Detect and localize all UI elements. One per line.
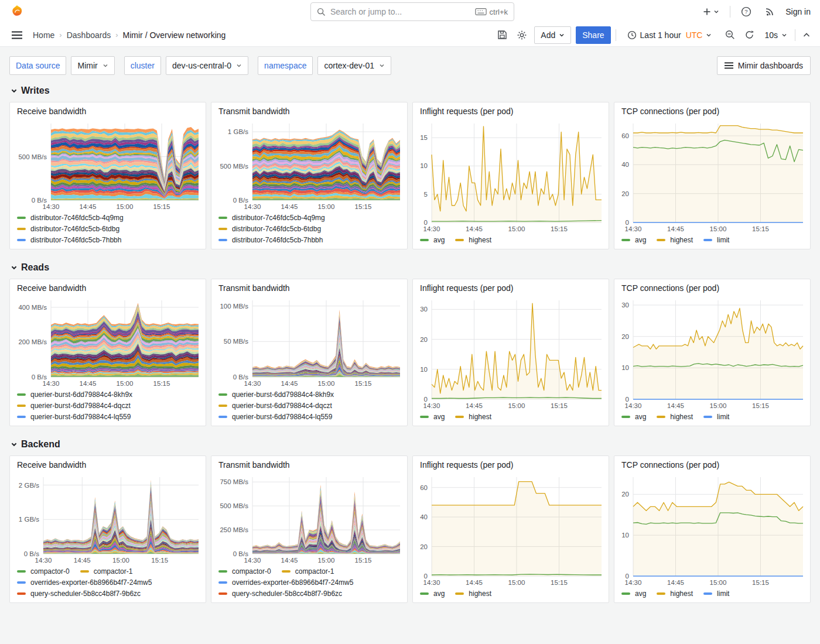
panel-title[interactable]: Transmit bandwidth [211, 456, 407, 471]
timeseries-chart[interactable]: 500 MB/s0 B/s14:3014:4515:0015:15 [13, 119, 202, 212]
x-tick-label: 14:45 [466, 579, 483, 586]
timeseries-chart[interactable]: 15105014:3014:4515:0015:15 [416, 119, 605, 234]
time-range-picker[interactable]: Last 1 hour UTC [621, 26, 719, 44]
legend-item[interactable]: distributor-7c46fdc5cb-4q9mg [17, 214, 124, 222]
legend-item[interactable]: limit [703, 413, 729, 421]
legend-item[interactable]: avg [621, 590, 646, 598]
search-placeholder: Search or jump to... [330, 7, 470, 16]
breadcrumb-home[interactable]: Home [33, 30, 54, 40]
section-header-reads[interactable]: Reads [11, 262, 811, 273]
legend-item[interactable]: highest [657, 590, 693, 598]
namespace-label[interactable]: namespace [258, 56, 313, 75]
grafana-logo[interactable] [9, 4, 25, 19]
panel-title[interactable]: Transmit bandwidth [211, 279, 407, 294]
timeseries-chart[interactable]: 2010014:3014:4515:0015:15 [618, 472, 807, 588]
news-button[interactable] [762, 4, 777, 19]
chevron-down-icon [781, 32, 787, 38]
refresh-interval-picker[interactable]: 10s [761, 26, 790, 44]
zoom-out-button[interactable] [723, 28, 737, 42]
legend-item[interactable]: querier-burst-6dd79884c4-dqczt [17, 402, 131, 410]
timeseries-chart[interactable]: 100 MB/s50 MB/s0 B/s14:3014:4515:0015:15 [215, 296, 404, 389]
panel-receive-bandwidth-writes: Receive bandwidth500 MB/s0 B/s14:3014:45… [9, 102, 206, 249]
breadcrumb-separator: › [115, 30, 118, 39]
x-tick-label: 15:00 [112, 557, 129, 564]
section-header-writes[interactable]: Writes [11, 85, 811, 96]
legend-item[interactable]: overrides-exporter-6b8966b4f7-24mw5 [218, 578, 353, 587]
legend-series-label: avg [433, 236, 445, 244]
datasource-select[interactable]: Mimir [71, 56, 114, 75]
cluster-select[interactable]: dev-us-central-0 [166, 56, 248, 75]
legend-item[interactable]: compactor-0 [17, 567, 70, 576]
legend-item[interactable]: avg [420, 236, 445, 244]
legend-item[interactable]: query-scheduler-5b8cc4b8f7-9b6zc [17, 590, 141, 598]
panel-transmit-bandwidth-backend: Transmit bandwidth750 MB/s500 MB/s250 MB… [211, 455, 408, 603]
panel-title[interactable]: TCP connections (per pod) [614, 456, 810, 471]
timeseries-chart[interactable]: 302010014:3014:4515:0015:15 [416, 296, 605, 411]
add-panel-button[interactable]: Add [534, 26, 571, 44]
legend-item[interactable]: highest [657, 236, 693, 244]
legend-item[interactable]: compactor-1 [282, 567, 334, 576]
legend-item[interactable]: highest [455, 413, 491, 421]
legend-item[interactable]: highest [455, 590, 491, 598]
legend-item[interactable]: compactor-1 [80, 567, 133, 576]
collapse-toolbar-button[interactable] [800, 30, 813, 40]
timeseries-chart[interactable]: 1 GB/s500 MB/s0 B/s14:3014:4515:0015:15 [215, 119, 404, 212]
timeseries-chart[interactable]: 604020014:3014:4515:0015:15 [618, 119, 807, 234]
panel-title[interactable]: Inflight requests (per pod) [413, 102, 609, 118]
legend-item[interactable]: query-scheduler-5b8cc4b8f7-9b6zc [218, 590, 342, 598]
panel-title[interactable]: Inflight requests (per pod) [413, 279, 609, 294]
panel-title[interactable]: Receive bandwidth [10, 102, 206, 118]
timeseries-chart[interactable]: 2 GB/s1 GB/s0 B/s14:3014:4515:0015:15 [13, 472, 202, 566]
legend-item[interactable]: highest [455, 236, 491, 244]
panel-title[interactable]: TCP connections (per pod) [614, 102, 810, 118]
legend-item[interactable]: distributor-7c46fdc5cb-4q9mg [218, 214, 325, 222]
help-button[interactable]: ? [739, 4, 754, 19]
legend-item[interactable]: avg [420, 590, 445, 598]
share-button[interactable]: Share [576, 26, 610, 44]
panel-title[interactable]: Receive bandwidth [10, 279, 206, 294]
legend-item[interactable]: limit [703, 236, 729, 244]
refresh-button[interactable] [742, 28, 757, 42]
legend-item[interactable]: avg [420, 413, 445, 421]
panel-title[interactable]: Inflight requests (per pod) [413, 456, 609, 471]
legend-item[interactable]: distributor-7c46fdc5cb-7hbbh [17, 236, 121, 244]
legend-item[interactable]: querier-burst-6dd79884c4-8kh9x [17, 390, 132, 399]
panel-title[interactable]: Transmit bandwidth [211, 102, 407, 118]
legend-series-color [17, 405, 26, 407]
legend-series-label: avg [635, 590, 646, 598]
dashboard-settings-button[interactable] [514, 28, 529, 43]
legend-item[interactable]: highest [657, 413, 693, 421]
panel-title[interactable]: Receive bandwidth [10, 456, 206, 471]
namespace-select[interactable]: cortex-dev-01 [317, 56, 391, 75]
add-menu-button[interactable] [700, 5, 722, 19]
panel-title[interactable]: TCP connections (per pod) [614, 279, 810, 294]
datasource-label[interactable]: Data source [9, 56, 66, 75]
mimir-dashboards-button[interactable]: Mimir dashboards [717, 56, 811, 75]
legend-item[interactable]: avg [621, 236, 646, 244]
legend-item[interactable]: querier-burst-6dd79884c4-lq559 [218, 413, 332, 421]
legend-item[interactable]: querier-burst-6dd79884c4-dqczt [218, 402, 332, 410]
timeseries-chart[interactable]: 302010014:3014:4515:0015:15 [618, 296, 807, 411]
legend-item[interactable]: querier-burst-6dd79884c4-8kh9x [218, 390, 334, 399]
legend-item[interactable]: avg [621, 413, 646, 421]
legend-item[interactable]: compactor-0 [218, 567, 271, 576]
timeseries-chart[interactable]: 750 MB/s500 MB/s250 MB/s0 B/s14:3014:451… [215, 472, 404, 566]
breadcrumb-dashboards[interactable]: Dashboards [67, 30, 111, 40]
save-dashboard-button[interactable] [495, 28, 510, 42]
cluster-label[interactable]: cluster [124, 56, 161, 75]
legend-item[interactable]: overrides-exporter-6b8966b4f7-24mw5 [17, 578, 152, 587]
x-tick-label: 15:00 [117, 380, 134, 387]
legend-item[interactable]: distributor-7c46fdc5cb-6tdbg [17, 225, 119, 233]
timeseries-chart[interactable]: 400 MB/s200 MB/s0 B/s14:3014:4515:0015:1… [13, 296, 202, 389]
mega-menu-button[interactable] [9, 29, 25, 42]
section-header-backend[interactable]: Backend [11, 439, 811, 450]
search-input[interactable]: Search or jump to... ctrl+k [310, 2, 514, 21]
sign-in-link[interactable]: Sign in [785, 7, 811, 16]
legend-item[interactable]: distributor-7c46fdc5cb-7hbbh [218, 236, 323, 244]
legend-series-label: highest [670, 590, 693, 598]
legend-item[interactable]: distributor-7c46fdc5cb-6tdbg [218, 225, 321, 233]
x-tick-label: 14:45 [667, 225, 684, 232]
legend-item[interactable]: limit [703, 590, 729, 598]
legend-item[interactable]: querier-burst-6dd79884c4-lq559 [17, 413, 131, 421]
timeseries-chart[interactable]: 604020014:3014:4515:0015:15 [416, 472, 605, 588]
